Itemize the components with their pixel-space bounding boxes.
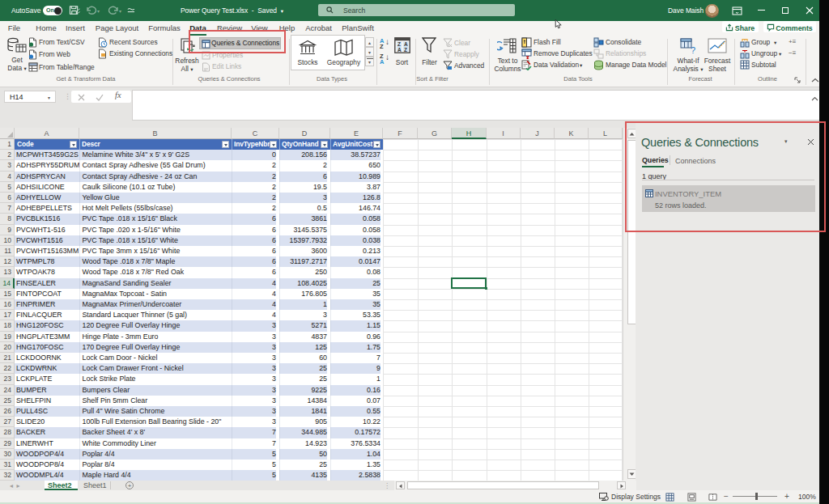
- svg-text:?: ?: [691, 45, 695, 54]
- svg-text:Z: Z: [404, 47, 407, 53]
- svg-text:A: A: [397, 47, 402, 53]
